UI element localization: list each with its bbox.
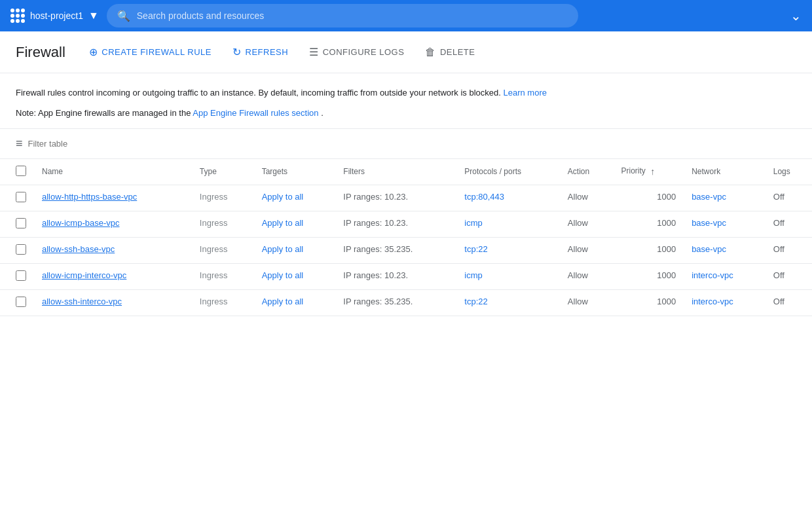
create-icon: ⊕ bbox=[89, 46, 98, 58]
row-checkbox-cell-3[interactable] bbox=[0, 263, 34, 289]
nav-more-icon[interactable]: ⌄ bbox=[790, 8, 802, 24]
row-checkbox-2[interactable] bbox=[16, 244, 26, 255]
note-text: Note: App Engine firewalls are managed i… bbox=[16, 107, 796, 120]
rule-name-link-3[interactable]: allow-icmp-interco-vpc bbox=[42, 270, 126, 280]
row-checkbox-1[interactable] bbox=[16, 218, 26, 228]
table-row: allow-ssh-base-vpc Ingress Apply to all … bbox=[0, 237, 812, 263]
delete-label: DELETE bbox=[440, 47, 475, 57]
info-section: Firewall rules control incoming or outgo… bbox=[0, 73, 812, 129]
configure-logs-button[interactable]: ☰ CONFIGURE LOGS bbox=[301, 42, 412, 62]
cell-name-3: allow-icmp-interco-vpc bbox=[34, 263, 192, 289]
create-firewall-rule-button[interactable]: ⊕ CREATE FIREWALL RULE bbox=[81, 42, 219, 62]
cell-logs-0: Off bbox=[766, 185, 812, 211]
filter-bar: ≡ bbox=[0, 129, 812, 159]
row-checkbox-cell-1[interactable] bbox=[0, 211, 34, 237]
cell-network-2: base-vpc bbox=[684, 237, 766, 263]
table-row: allow-http-https-base-vpc Ingress Apply … bbox=[0, 185, 812, 211]
search-input[interactable] bbox=[137, 10, 568, 21]
cell-network-0: base-vpc bbox=[684, 185, 766, 211]
cell-type-3: Ingress bbox=[192, 263, 254, 289]
cell-action-1: Allow bbox=[560, 211, 614, 237]
col-header-action: Action bbox=[560, 159, 614, 185]
cell-type-2: Ingress bbox=[192, 237, 254, 263]
refresh-button[interactable]: ↻ REFRESH bbox=[225, 42, 296, 62]
cell-network-4: interco-vpc bbox=[684, 289, 766, 316]
filter-input[interactable] bbox=[28, 139, 796, 149]
row-checkbox-cell-0[interactable] bbox=[0, 185, 34, 211]
cell-logs-4: Off bbox=[766, 289, 812, 316]
cell-filters-0: IP ranges: 10.23. bbox=[335, 185, 456, 211]
cell-targets-4: Apply to all bbox=[254, 289, 336, 316]
table-row: allow-ssh-interco-vpc Ingress Apply to a… bbox=[0, 289, 812, 316]
rule-name-link-4[interactable]: allow-ssh-interco-vpc bbox=[42, 297, 122, 306]
rule-name-link-0[interactable]: allow-http-https-base-vpc bbox=[42, 192, 137, 202]
cell-logs-1: Off bbox=[766, 211, 812, 237]
table-row: allow-icmp-interco-vpc Ingress Apply to … bbox=[0, 263, 812, 289]
cell-priority-1: 1000 bbox=[613, 211, 684, 237]
col-header-name: Name bbox=[34, 159, 192, 185]
row-checkbox-4[interactable] bbox=[16, 297, 26, 307]
cell-priority-3: 1000 bbox=[613, 263, 684, 289]
col-header-logs: Logs bbox=[766, 159, 812, 185]
cell-targets-2: Apply to all bbox=[254, 237, 336, 263]
filter-icon: ≡ bbox=[16, 137, 23, 151]
search-bar[interactable]: 🔍 bbox=[107, 4, 578, 27]
firewall-rules-table: Name Type Targets Filters Protocols / po… bbox=[0, 159, 812, 316]
cell-name-4: allow-ssh-interco-vpc bbox=[34, 289, 192, 316]
col-header-filters: Filters bbox=[335, 159, 456, 185]
cell-filters-1: IP ranges: 10.23. bbox=[335, 211, 456, 237]
create-firewall-rule-label: CREATE FIREWALL RULE bbox=[101, 47, 212, 57]
cell-network-3: interco-vpc bbox=[684, 263, 766, 289]
cell-filters-2: IP ranges: 35.235. bbox=[335, 237, 456, 263]
cell-protocols-0: tcp:80,443 bbox=[456, 185, 560, 211]
cell-action-2: Allow bbox=[560, 237, 614, 263]
row-checkbox-cell-2[interactable] bbox=[0, 237, 34, 263]
row-checkbox-cell-4[interactable] bbox=[0, 289, 34, 316]
select-all-checkbox[interactable] bbox=[16, 166, 26, 176]
cell-logs-3: Off bbox=[766, 263, 812, 289]
col-header-protocols: Protocols / ports bbox=[456, 159, 560, 185]
app-engine-link[interactable]: App Engine Firewall rules section bbox=[193, 108, 318, 118]
project-selector[interactable]: host-project1 ▼ bbox=[10, 9, 99, 23]
cell-type-0: Ingress bbox=[192, 185, 254, 211]
cell-protocols-3: icmp bbox=[456, 263, 560, 289]
rule-name-link-1[interactable]: allow-icmp-base-vpc bbox=[42, 218, 119, 228]
search-icon: 🔍 bbox=[117, 10, 130, 22]
cell-logs-2: Off bbox=[766, 237, 812, 263]
configure-logs-icon: ☰ bbox=[309, 46, 319, 58]
learn-more-link[interactable]: Learn more bbox=[504, 88, 547, 98]
cell-protocols-1: icmp bbox=[456, 211, 560, 237]
select-all-header[interactable] bbox=[0, 159, 34, 185]
cell-name-0: allow-http-https-base-vpc bbox=[34, 185, 192, 211]
table-row: allow-icmp-base-vpc Ingress Apply to all… bbox=[0, 211, 812, 237]
page-title: Firewall bbox=[16, 44, 65, 61]
cell-action-4: Allow bbox=[560, 289, 614, 316]
cell-protocols-2: tcp:22 bbox=[456, 237, 560, 263]
refresh-label: REFRESH bbox=[246, 47, 289, 57]
cell-type-1: Ingress bbox=[192, 211, 254, 237]
project-name: host-project1 bbox=[30, 10, 83, 21]
cell-type-4: Ingress bbox=[192, 289, 254, 316]
row-checkbox-0[interactable] bbox=[16, 192, 26, 202]
cell-priority-4: 1000 bbox=[613, 289, 684, 316]
rule-name-link-2[interactable]: allow-ssh-base-vpc bbox=[42, 244, 115, 254]
row-checkbox-3[interactable] bbox=[16, 270, 26, 281]
sort-ascending-icon: ↑ bbox=[650, 166, 655, 177]
cell-name-2: allow-ssh-base-vpc bbox=[34, 237, 192, 263]
table-body: allow-http-https-base-vpc Ingress Apply … bbox=[0, 185, 812, 316]
page-header: Firewall ⊕ CREATE FIREWALL RULE ↻ REFRES… bbox=[0, 31, 812, 73]
project-chevron-icon: ▼ bbox=[88, 10, 99, 22]
cell-targets-0: Apply to all bbox=[254, 185, 336, 211]
cell-action-0: Allow bbox=[560, 185, 614, 211]
top-nav: host-project1 ▼ 🔍 ⌄ bbox=[0, 0, 812, 31]
col-header-targets: Targets bbox=[254, 159, 336, 185]
cell-protocols-4: tcp:22 bbox=[456, 289, 560, 316]
cell-priority-0: 1000 bbox=[613, 185, 684, 211]
cell-name-1: allow-icmp-base-vpc bbox=[34, 211, 192, 237]
table-header: Name Type Targets Filters Protocols / po… bbox=[0, 159, 812, 185]
google-cloud-icon bbox=[10, 9, 25, 23]
delete-button[interactable]: 🗑 DELETE bbox=[417, 43, 483, 62]
col-header-network: Network bbox=[684, 159, 766, 185]
cell-priority-2: 1000 bbox=[613, 237, 684, 263]
col-header-priority[interactable]: Priority ↑ bbox=[613, 159, 684, 185]
